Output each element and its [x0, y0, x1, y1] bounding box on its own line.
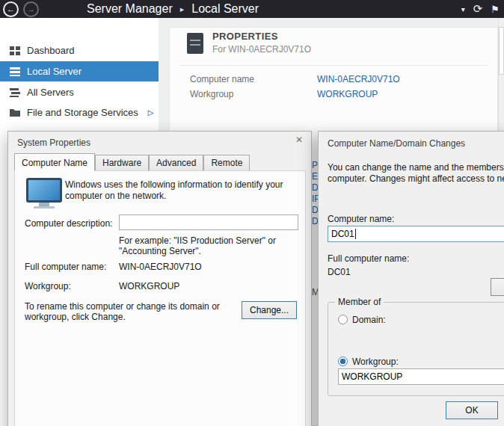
example-text-line2: "Accounting Server".	[119, 246, 201, 256]
sidebar-item-label: File and Storage Services	[27, 107, 138, 118]
sidebar-item-file-storage-services[interactable]: File and Storage Services ▷	[0, 102, 159, 123]
properties-heading: PROPERTIES	[212, 31, 278, 42]
domain-radio[interactable]	[338, 315, 348, 324]
workgroup-input-value: WORKGROUP	[342, 371, 402, 382]
tab-page	[14, 170, 306, 426]
rename-hint-line1: To rename this computer or change its do…	[25, 301, 220, 312]
computer-name-input[interactable]: DC01	[328, 226, 504, 242]
tab-hardware[interactable]: Hardware	[95, 155, 149, 170]
change-button[interactable]: Change...	[242, 301, 297, 319]
computer-description-label: Computer description:	[25, 218, 112, 229]
properties-divider	[179, 65, 488, 66]
member-of-label: Member of	[335, 297, 384, 307]
tab-advanced[interactable]: Advanced	[149, 155, 203, 170]
ok-button[interactable]: OK	[446, 401, 498, 419]
intro-text: Windows uses the following information t…	[65, 179, 295, 202]
text-cursor	[355, 229, 356, 239]
breadcrumb-app-title[interactable]: Server Manager	[87, 2, 173, 16]
dashboard-icon	[10, 46, 20, 55]
forward-arrow-icon[interactable]: →	[23, 1, 39, 17]
sidebar-item-label: All Servers	[27, 87, 74, 98]
top-bar: ← → Server Manager ▸ Local Server ▾ ⟳ ⚑	[0, 0, 504, 18]
full-computer-name-label: Full computer name:	[328, 253, 409, 264]
refresh-icon[interactable]: ⟳	[473, 2, 483, 16]
back-arrow-icon[interactable]: ←	[3, 1, 19, 17]
topbar-actions: ▾ ⟳ ⚑	[461, 0, 500, 18]
property-label: Computer name	[190, 74, 254, 84]
caret-down-icon[interactable]: ▾	[461, 5, 465, 13]
workgroup-link[interactable]: WORKGROUP	[317, 89, 378, 99]
computer-name-link[interactable]: WIN-0AECRJ0V71O	[317, 74, 400, 84]
server-manager-window: ← → Server Manager ▸ Local Server ▾ ⟳ ⚑ …	[0, 0, 504, 426]
sidebar-item-label: Dashboard	[27, 45, 75, 56]
breadcrumb-location[interactable]: Local Server	[191, 2, 259, 16]
dialog-title: Computer Name/Domain Changes	[328, 138, 465, 149]
computer-name-label: Computer name:	[328, 214, 394, 224]
rename-hint-line2: workgroup, click Change.	[25, 312, 126, 322]
dialog-body-line2: computer. Changes might affect access to…	[328, 173, 504, 184]
servers-icon	[10, 88, 20, 97]
full-computer-name-label: Full computer name:	[25, 262, 106, 272]
tab-remote[interactable]: Remote	[203, 155, 250, 170]
domain-radio-label: Domain:	[352, 315, 386, 325]
sidebar-item-dashboard[interactable]: Dashboard	[0, 40, 159, 61]
close-icon[interactable]: ✕	[291, 135, 307, 148]
chevron-right-icon[interactable]: ▷	[148, 108, 154, 117]
computer-name-input-value: DC01	[331, 229, 354, 239]
breadcrumb-separator-icon: ▸	[180, 4, 185, 14]
full-computer-name-value: WIN-0AECRJ0V71O	[119, 262, 202, 272]
workgroup-radio[interactable]	[338, 356, 348, 366]
breadcrumb: Server Manager ▸ Local Server	[87, 2, 259, 16]
tab-strip: Computer Name Hardware Advanced Remote	[14, 153, 250, 171]
tab-computer-name[interactable]: Computer Name	[14, 153, 95, 171]
dialog-body-line1: You can change the name and the membersh…	[328, 162, 504, 173]
sidebar-item-all-servers[interactable]: All Servers	[0, 82, 159, 102]
sidebar-item-local-server[interactable]: Local Server	[0, 61, 159, 81]
computer-name-domain-changes-dialog: Computer Name/Domain Changes You can cha…	[318, 131, 504, 426]
sidebar-item-label: Local Server	[27, 66, 82, 77]
properties-subheading: For WIN-0AECRJ0V71O	[212, 44, 311, 55]
workgroup-value: WORKGROUP	[119, 281, 179, 291]
dialog-title: System Properties	[17, 138, 90, 148]
example-text-line1: For example: "IIS Production Server" or	[119, 235, 276, 246]
workgroup-label: Workgroup:	[25, 281, 71, 291]
system-properties-dialog: System Properties ✕ Computer Name Hardwa…	[7, 131, 312, 426]
more-button[interactable]: M	[491, 278, 504, 296]
computer-description-input[interactable]	[119, 214, 298, 230]
workgroup-input[interactable]: WORKGROUP	[338, 368, 504, 385]
file-storage-icon	[10, 108, 20, 117]
property-label: Workgroup	[190, 89, 233, 99]
scrollbar-thumb[interactable]	[499, 27, 504, 75]
computer-monitor-icon	[26, 178, 62, 209]
server-icon	[10, 67, 20, 76]
workgroup-radio-label: Workgroup:	[352, 356, 399, 367]
full-computer-name-value: DC01	[328, 267, 351, 277]
server-properties-icon	[187, 33, 203, 54]
notifications-flag-icon[interactable]: ⚑	[491, 4, 500, 15]
